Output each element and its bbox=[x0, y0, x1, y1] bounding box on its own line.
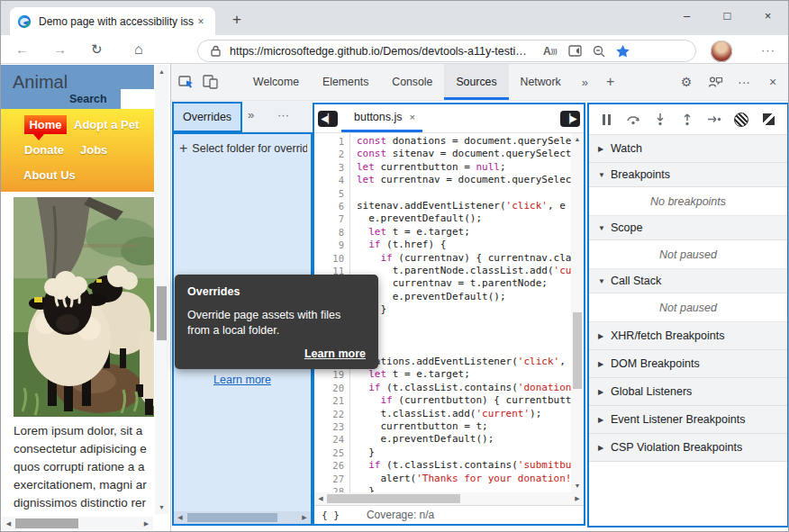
line-number[interactable]: 25 bbox=[314, 446, 349, 459]
navigator-more-tabs-icon[interactable]: » bbox=[248, 108, 254, 122]
nav-link-donate[interactable]: Donate bbox=[24, 143, 64, 157]
back-icon[interactable]: ← bbox=[15, 41, 29, 59]
more-options-icon[interactable]: ··· bbox=[732, 70, 756, 94]
settings-gear-icon[interactable]: ⚙ bbox=[675, 70, 698, 94]
navigator-h-scrollbar[interactable]: ◀ ▶ bbox=[174, 511, 311, 524]
v-scroll-thumb[interactable] bbox=[157, 286, 167, 340]
pane-toggle-left-icon[interactable]: ◀▏ bbox=[318, 111, 338, 127]
step-icon[interactable] bbox=[701, 109, 728, 131]
file-tab-buttons-js[interactable]: buttons.js × bbox=[341, 104, 422, 132]
refresh-icon[interactable]: ↻ bbox=[91, 41, 103, 59]
favorite-star-icon[interactable] bbox=[616, 45, 630, 58]
immersive-reader-icon[interactable] bbox=[568, 45, 582, 57]
devtools-tab-network[interactable]: Network bbox=[509, 64, 573, 100]
editor-h-thumb[interactable] bbox=[327, 494, 460, 503]
add-panel-icon[interactable]: + bbox=[597, 74, 623, 90]
minimize-icon[interactable]: – bbox=[667, 1, 707, 33]
line-number[interactable]: 8 bbox=[314, 226, 349, 239]
sidebar-section-scope[interactable]: ▼Scope bbox=[589, 216, 787, 240]
read-aloud-icon[interactable]: A))) bbox=[543, 45, 558, 58]
page-horizontal-scrollbar[interactable]: ◀ ▶ bbox=[2, 517, 153, 530]
page-vertical-scrollbar[interactable]: ▲ ▼ bbox=[155, 65, 168, 514]
pause-icon[interactable] bbox=[593, 109, 620, 131]
maximize-icon[interactable]: □ bbox=[707, 1, 748, 33]
line-number[interactable]: 9 bbox=[314, 239, 349, 251]
step-over-icon[interactable] bbox=[620, 109, 647, 131]
nav-link-jobs[interactable]: Jobs bbox=[80, 143, 107, 157]
device-emulation-icon[interactable] bbox=[198, 70, 222, 94]
sidebar-section-csp-violation-breakpoints[interactable]: ▶CSP Violation Breakpoints bbox=[589, 434, 787, 462]
inspect-icon[interactable] bbox=[175, 70, 198, 94]
sidebar-section-event-listener-breakpoints[interactable]: ▶Event Listener Breakpoints bbox=[589, 406, 787, 434]
sidebar-section-dom-breakpoints[interactable]: ▶DOM Breakpoints bbox=[589, 350, 787, 378]
devtools-tab-welcome[interactable]: Welcome bbox=[241, 64, 311, 100]
nav-link-about-us[interactable]: About Us bbox=[23, 168, 76, 182]
select-folder-button[interactable]: + Select folder for overrides bbox=[179, 140, 307, 157]
line-number[interactable]: 3 bbox=[314, 161, 349, 174]
line-number[interactable]: 27 bbox=[314, 473, 349, 485]
settings-menu-icon[interactable]: ··· bbox=[756, 39, 781, 62]
line-number[interactable]: 7 bbox=[314, 212, 349, 225]
scroll-left-icon[interactable]: ◀ bbox=[2, 517, 15, 530]
nav-link-home[interactable]: Home bbox=[24, 115, 67, 134]
line-number[interactable]: 10 bbox=[314, 252, 349, 265]
nav-scroll-thumb[interactable] bbox=[187, 513, 277, 522]
tooltip-learn-more-link[interactable]: Learn more bbox=[187, 347, 366, 360]
h-scroll-thumb[interactable] bbox=[15, 518, 78, 528]
overrides-learn-more-link[interactable]: Learn more bbox=[174, 374, 311, 386]
scroll-right-icon[interactable]: ▶ bbox=[298, 511, 311, 524]
file-tab-close-icon[interactable]: × bbox=[410, 112, 415, 122]
line-number[interactable]: 28 bbox=[314, 485, 349, 492]
devtools-tab-sources[interactable]: Sources bbox=[444, 64, 508, 100]
sidebar-section-xhr-fetch-breakpoints[interactable]: ▶XHR/fetch Breakpoints bbox=[589, 322, 787, 350]
deactivate-breakpoints-icon[interactable] bbox=[728, 109, 755, 131]
scroll-up-icon[interactable]: ▲ bbox=[155, 65, 168, 78]
line-number[interactable]: 26 bbox=[314, 459, 349, 472]
editor-v-scrollbar[interactable]: ▲ ▼ bbox=[571, 133, 584, 492]
search-input[interactable] bbox=[121, 89, 158, 111]
close-icon[interactable]: × bbox=[748, 1, 788, 33]
dont-pause-on-exceptions-icon[interactable] bbox=[755, 109, 782, 131]
sidebar-section-breakpoints[interactable]: ▼Breakpoints bbox=[589, 163, 787, 187]
line-number[interactable]: 22 bbox=[314, 408, 349, 420]
forward-icon[interactable]: → bbox=[53, 41, 67, 59]
step-out-icon[interactable] bbox=[674, 109, 701, 131]
line-number[interactable]: 2 bbox=[314, 148, 349, 160]
editor-v-thumb[interactable] bbox=[573, 312, 582, 389]
navigator-tab-overrides[interactable]: Overrides bbox=[172, 102, 242, 132]
line-number[interactable]: 24 bbox=[314, 433, 349, 446]
line-number[interactable]: 19 bbox=[314, 368, 349, 381]
home-icon[interactable]: ⌂ bbox=[134, 41, 143, 59]
close-devtools-icon[interactable]: × bbox=[761, 70, 784, 94]
line-number[interactable]: 5 bbox=[314, 187, 349, 200]
scroll-left-icon[interactable]: ◀ bbox=[314, 492, 327, 505]
scroll-left-icon[interactable]: ◀ bbox=[174, 511, 186, 524]
sidebar-section-watch[interactable]: ▶Watch bbox=[589, 135, 787, 163]
scroll-right-icon[interactable]: ▶ bbox=[571, 492, 584, 505]
more-tabs-icon[interactable]: » bbox=[573, 76, 597, 89]
scroll-right-icon[interactable]: ▶ bbox=[140, 517, 153, 530]
line-number[interactable]: 23 bbox=[314, 420, 349, 433]
line-number[interactable]: 1 bbox=[314, 135, 349, 148]
scroll-up-icon[interactable]: ▲ bbox=[571, 133, 584, 146]
line-number[interactable]: 21 bbox=[314, 394, 349, 407]
line-number[interactable]: 20 bbox=[314, 382, 349, 394]
line-number[interactable]: 4 bbox=[314, 174, 349, 186]
browser-tab[interactable]: Demo page with accessibility issues × bbox=[10, 7, 215, 35]
url-bar[interactable]: https://microsoftedge.github.io/Demos/de… bbox=[197, 40, 696, 62]
new-tab-button[interactable]: + bbox=[228, 11, 246, 29]
line-number[interactable]: 6 bbox=[314, 200, 349, 212]
sidebar-section-call-stack[interactable]: ▼Call Stack bbox=[589, 269, 787, 293]
scroll-down-icon[interactable]: ▼ bbox=[571, 480, 584, 492]
zoom-out-icon[interactable] bbox=[593, 45, 605, 58]
devtools-tab-elements[interactable]: Elements bbox=[311, 64, 380, 100]
sidebar-section-global-listeners[interactable]: ▶Global Listeners bbox=[589, 378, 787, 406]
feedback-icon[interactable] bbox=[703, 70, 727, 94]
tab-close-icon[interactable]: × bbox=[194, 14, 208, 29]
nav-link-adopt-a-pet[interactable]: Adopt a Pet bbox=[74, 118, 139, 131]
navigator-menu-icon[interactable]: ··· bbox=[277, 108, 289, 122]
pretty-print-icon[interactable]: { } bbox=[322, 509, 340, 521]
profile-avatar[interactable] bbox=[711, 41, 732, 62]
editor-h-scrollbar[interactable]: ◀ ▶ bbox=[314, 492, 584, 505]
pane-toggle-right-icon[interactable]: ▕▶ bbox=[560, 111, 580, 127]
